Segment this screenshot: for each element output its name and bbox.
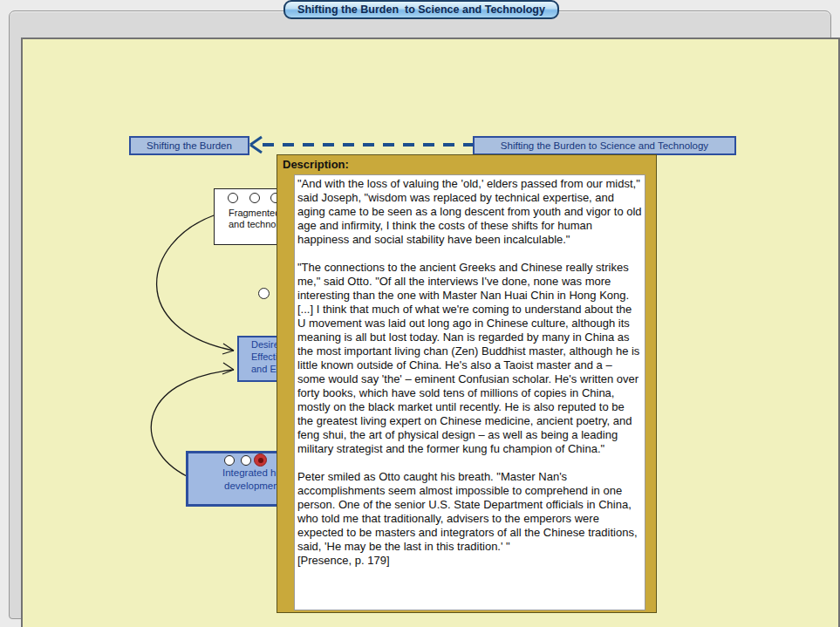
node-shifting-the-burden[interactable]: Shifting the Burden [129, 136, 249, 155]
radio-selected-icon[interactable] [254, 453, 267, 467]
radio-icon[interactable] [224, 455, 235, 466]
description-panel: Description: "And with the loss of valui… [277, 154, 657, 613]
radio-icon[interactable] [249, 193, 260, 203]
tab-label: Shifting the Burden to Science and Techn… [297, 3, 545, 16]
node-shifting-burden-science-tech[interactable]: Shifting the Burden to Science and Techn… [473, 136, 736, 155]
node-label: Shifting the Burden [147, 140, 232, 151]
description-textarea[interactable]: "And with the loss of valuing the 'old,'… [294, 174, 645, 610]
description-title: Description: [283, 158, 349, 171]
description-paragraphs: "And with the loss of valuing the 'old,'… [297, 177, 642, 554]
radio-icon[interactable] [258, 288, 270, 299]
radio-icon[interactable] [228, 193, 238, 203]
tab-shifting-the-burden[interactable]: Shifting the Burden to Science and Techn… [283, 0, 559, 19]
node-label: Shifting the Burden to Science and Techn… [501, 140, 708, 151]
integrated-label-line1: Integrated hu [222, 467, 282, 478]
radio-icon[interactable] [241, 455, 251, 466]
description-citation: [Presence, p. 179] [297, 554, 642, 568]
